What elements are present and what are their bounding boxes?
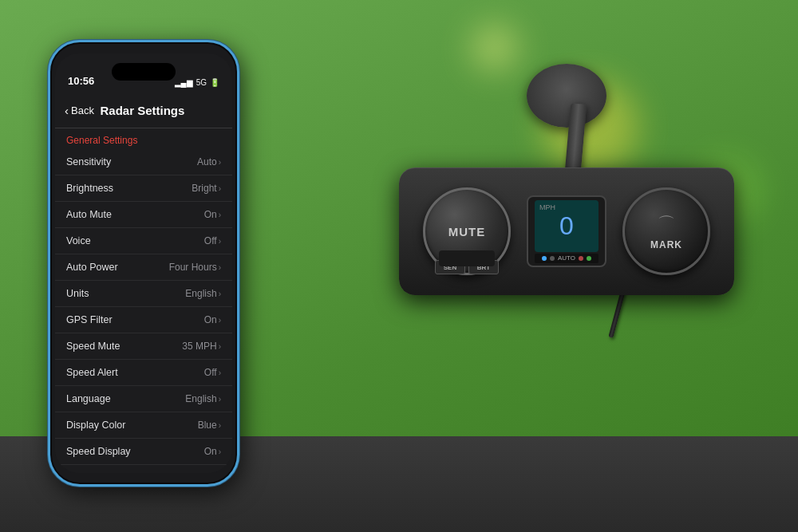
settings-item-value: On › [204,209,221,220]
settings-item[interactable]: Speed Alert Off › [55,360,232,386]
battery-icon: 🔋 [210,78,219,87]
chevron-right-icon: › [219,237,221,246]
settings-value-text: On [204,209,217,220]
chevron-right-icon: › [219,316,221,325]
mute-button[interactable]: MUTE SEN BRT [423,187,511,275]
chevron-right-icon: › [219,447,221,456]
settings-item[interactable]: Voice Off › [55,228,232,254]
settings-item-label: Brightness [66,183,113,194]
settings-value-text: Off [204,367,217,378]
settings-item-label: Auto Mute [66,209,112,220]
status-dot-blue [542,256,547,261]
radar-screen: MPH 0 [535,200,598,252]
back-label: Back [71,104,94,116]
network-type: 5G [196,78,207,87]
settings-item[interactable]: Display Color Blue › [55,412,232,439]
phone: 10:56 ▂▄▆ 5G 🔋 ‹ Back Radar Settings Gen… [48,40,239,487]
settings-value-text: Auto [197,156,217,167]
settings-item[interactable]: Auto Mute On › [55,202,232,228]
status-icons: ▂▄▆ 5G 🔋 [175,78,219,87]
settings-item[interactable]: Language English › [55,386,232,412]
suction-cup [527,64,606,128]
settings-item-value: On › [204,446,221,457]
settings-list: General Settings Sensitivity Auto › Brig… [55,128,232,473]
settings-item-value: Standard › [178,472,221,473]
settings-item-value: English › [185,393,221,404]
settings-item-value: Blue › [198,420,221,431]
phone-screen: 10:56 ▂▄▆ 5G 🔋 ‹ Back Radar Settings Gen… [55,53,232,473]
settings-value-text: On [204,446,217,457]
mute-button-label: MUTE [448,225,486,238]
settings-item-label: Units [66,288,89,299]
settings-item-label: Sensitivity [66,156,111,167]
settings-item-value: Off › [204,367,221,378]
status-dot-green [587,256,591,261]
settings-item-label: Speed Alert [66,367,118,378]
settings-item-label: User Mode [66,472,115,473]
chevron-right-icon: › [219,368,221,377]
radar-status-bar: AUTO [535,254,598,263]
speed-value: 0 [559,211,574,241]
signal-strength: ▂▄▆ [175,78,193,87]
settings-item-label: Speed Mute [66,341,120,352]
settings-item-label: Speed Display [66,446,131,457]
settings-item-label: Voice [66,235,91,246]
mark-button[interactable]: ⌒ MARK [622,187,710,275]
dynamic-island [112,63,176,81]
back-button[interactable]: ‹ Back [65,104,94,117]
chevron-right-icon: › [219,184,221,193]
back-chevron-icon: ‹ [65,104,69,117]
settings-item[interactable]: Speed Display On › [55,439,232,465]
sub-buttons: SEN BRT [435,260,499,274]
settings-value-text: Off [204,235,217,246]
speed-unit-label: MPH [539,203,555,211]
settings-item-value: English › [185,288,221,299]
settings-item-value: 35 MPH › [182,341,221,352]
chevron-right-icon: › [219,263,221,272]
radar-body: MUTE SEN BRT MPH 0 AUTO ⌒ [399,167,734,295]
settings-item-label: GPS Filter [66,314,113,325]
settings-item[interactable]: Units English › [55,281,232,307]
settings-value-text: Bright [192,183,216,194]
brt-button[interactable]: BRT [468,260,499,274]
section-header: General Settings [55,128,232,149]
settings-value-text: On [204,314,217,325]
settings-value-text: Standard [178,472,217,473]
settings-item[interactable]: Speed Mute 35 MPH › [55,333,232,360]
mark-button-label: MARK [650,239,682,250]
sen-button[interactable]: SEN [435,260,465,274]
settings-item-label: Display Color [66,420,125,431]
settings-items-container: Sensitivity Auto › Brightness Bright › A… [55,149,232,473]
settings-item-value: Auto › [197,156,221,167]
settings-item[interactable]: Auto Power Four Hours › [55,254,232,281]
navigation-bar: ‹ Back Radar Settings [55,93,232,128]
settings-item[interactable]: Sensitivity Auto › [55,149,232,175]
settings-item-value: Off › [204,235,221,246]
chevron-right-icon: › [219,158,221,167]
settings-value-text: Blue [198,420,217,431]
chevron-right-icon: › [219,290,221,298]
radar-display: MPH 0 AUTO [527,195,606,267]
nav-title: Radar Settings [94,104,191,117]
mark-icon: ⌒ [658,212,675,236]
chevron-right-icon: › [219,342,221,351]
settings-item-value: Bright › [192,183,221,194]
chevron-right-icon: › [219,211,221,219]
chevron-right-icon: › [219,395,221,404]
settings-item[interactable]: User Mode Standard › [55,465,232,473]
settings-value-text: Four Hours [169,262,217,273]
status-dot-wifi [550,256,555,261]
settings-value-text: 35 MPH [182,341,216,352]
settings-value-text: English [185,393,216,404]
settings-value-text: English [185,288,216,299]
status-dot-red [579,256,583,261]
settings-item[interactable]: GPS Filter On › [55,307,232,333]
settings-item-label: Auto Power [66,262,118,273]
settings-item-value: On › [204,314,221,325]
chevron-right-icon: › [219,421,221,430]
settings-item-value: Four Hours › [169,262,221,273]
phone-body: 10:56 ▂▄▆ 5G 🔋 ‹ Back Radar Settings Gen… [48,40,239,487]
settings-item-label: Language [66,393,111,404]
auto-label: AUTO [558,254,575,262]
settings-item[interactable]: Brightness Bright › [55,175,232,202]
